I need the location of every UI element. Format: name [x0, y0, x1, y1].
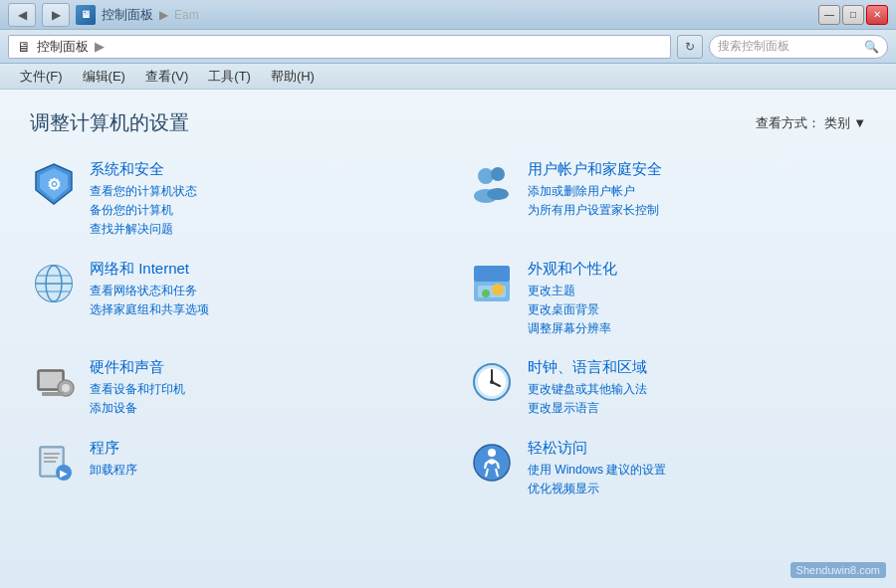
refresh-button[interactable]: ↻	[677, 35, 703, 59]
addressbar: 🖥 控制面板 ▶ ↻ 搜索控制面板 🔍	[0, 30, 896, 64]
icon-clock	[468, 358, 516, 406]
link-system-security-1[interactable]: 备份您的计算机	[90, 201, 428, 220]
item-programs[interactable]: ▶ 程序 卸载程序	[30, 439, 428, 498]
link-network-1[interactable]: 选择家庭组和共享选项	[90, 300, 428, 319]
item-clock[interactable]: 时钟、语言和区域 更改键盘或其他输入法 更改显示语言	[468, 358, 866, 418]
titlebar-left: ◀ ▶ 🖥 控制面板 ▶ Eam	[8, 3, 199, 27]
link-system-security-2[interactable]: 查找并解决问题	[90, 220, 428, 239]
svg-point-36	[488, 449, 496, 457]
page-title: 调整计算机的设置	[30, 109, 189, 136]
titlebar-title: 控制面板	[102, 6, 153, 24]
svg-rect-14	[474, 266, 510, 282]
text-system-security: 系统和安全 查看您的计算机状态 备份您的计算机 查找并解决问题	[90, 160, 428, 240]
link-user-accounts-0[interactable]: 添加或删除用户帐户	[528, 182, 866, 201]
title-accessibility[interactable]: 轻松访问	[528, 439, 866, 458]
text-network: 网络和 Internet 查看网络状态和任务 选择家庭组和共享选项	[90, 260, 428, 319]
menu-tools[interactable]: 工具(T)	[200, 66, 259, 88]
icon-user-accounts	[468, 160, 516, 208]
title-system-security[interactable]: 系统和安全	[90, 160, 428, 179]
menu-file[interactable]: 文件(F)	[12, 66, 71, 88]
svg-point-5	[491, 167, 505, 181]
title-programs[interactable]: 程序	[90, 439, 428, 458]
svg-point-6	[487, 188, 509, 200]
title-hardware[interactable]: 硬件和声音	[90, 358, 428, 377]
icon-appearance	[468, 260, 516, 307]
text-accessibility: 轻松访问 使用 Windows 建议的设置 优化视频显示	[528, 439, 866, 498]
search-box[interactable]: 搜索控制面板 🔍	[709, 35, 888, 59]
address-path[interactable]: 🖥 控制面板 ▶	[8, 35, 671, 59]
item-system-security[interactable]: ⚙ 系统和安全 查看您的计算机状态 备份您的计算机 查找并解决问题	[30, 160, 428, 240]
link-appearance-2[interactable]: 调整屏幕分辨率	[528, 319, 866, 338]
main-content: 调整计算机的设置 查看方式： 类别 ▼ ⚙ 系统和安全 查看您的计算机状态 备份…	[0, 90, 896, 588]
window-icon: 🖥	[76, 5, 96, 25]
page-header: 调整计算机的设置 查看方式： 类别 ▼	[30, 109, 866, 136]
view-mode-selector[interactable]: 查看方式： 类别 ▼	[756, 114, 866, 132]
maximize-button[interactable]: □	[842, 5, 864, 25]
forward-button[interactable]: ▶	[42, 3, 70, 27]
link-appearance-0[interactable]: 更改主题	[528, 282, 866, 300]
link-hardware-1[interactable]: 添加设备	[90, 399, 428, 418]
svg-text:⚙: ⚙	[47, 176, 61, 193]
svg-point-21	[62, 384, 70, 392]
text-user-accounts: 用户帐户和家庭安全 添加或删除用户帐户 为所有用户设置家长控制	[528, 160, 866, 220]
menubar: 文件(F) 编辑(E) 查看(V) 工具(T) 帮助(H)	[0, 64, 896, 90]
item-network[interactable]: 网络和 Internet 查看网络状态和任务 选择家庭组和共享选项	[30, 260, 428, 339]
title-clock[interactable]: 时钟、语言和区域	[528, 358, 866, 377]
menu-view[interactable]: 查看(V)	[137, 66, 196, 88]
item-user-accounts[interactable]: 用户帐户和家庭安全 添加或删除用户帐户 为所有用户设置家长控制	[468, 160, 866, 240]
icon-network	[30, 260, 78, 307]
titlebar-path: Eam	[174, 8, 199, 22]
watermark: Shenduwin8.com	[790, 562, 886, 578]
svg-rect-31	[44, 457, 58, 459]
search-icon: 🔍	[864, 40, 879, 54]
link-system-security-0[interactable]: 查看您的计算机状态	[90, 182, 428, 201]
svg-point-16	[492, 284, 504, 295]
svg-point-27	[490, 380, 494, 384]
title-network[interactable]: 网络和 Internet	[90, 260, 428, 279]
svg-rect-30	[44, 453, 60, 455]
svg-text:▶: ▶	[60, 468, 68, 479]
title-user-accounts[interactable]: 用户帐户和家庭安全	[528, 160, 866, 179]
menu-help[interactable]: 帮助(H)	[263, 66, 323, 88]
back-button[interactable]: ◀	[8, 3, 36, 27]
path-separator: ▶	[95, 39, 105, 54]
titlebar: ◀ ▶ 🖥 控制面板 ▶ Eam — □ ✕	[0, 0, 896, 30]
item-accessibility[interactable]: 轻松访问 使用 Windows 建议的设置 优化视频显示	[468, 439, 866, 498]
link-clock-0[interactable]: 更改键盘或其他输入法	[528, 380, 866, 399]
link-network-0[interactable]: 查看网络状态和任务	[90, 282, 428, 300]
text-clock: 时钟、语言和区域 更改键盘或其他输入法 更改显示语言	[528, 358, 866, 418]
titlebar-separator: ▶	[159, 8, 168, 22]
menu-edit[interactable]: 编辑(E)	[75, 66, 133, 88]
view-mode-value: 类别 ▼	[824, 114, 866, 132]
path-text: 控制面板	[37, 38, 89, 56]
control-panel-grid: ⚙ 系统和安全 查看您的计算机状态 备份您的计算机 查找并解决问题	[30, 160, 866, 498]
item-appearance[interactable]: 外观和个性化 更改主题 更改桌面背景 调整屏幕分辨率	[468, 260, 866, 339]
text-hardware: 硬件和声音 查看设备和打印机 添加设备	[90, 358, 428, 418]
svg-point-17	[482, 290, 490, 297]
close-button[interactable]: ✕	[866, 5, 888, 25]
svg-rect-32	[44, 461, 56, 463]
icon-hardware	[30, 358, 78, 406]
svg-rect-22	[42, 392, 64, 396]
minimize-button[interactable]: —	[818, 5, 840, 25]
icon-programs: ▶	[30, 439, 78, 487]
link-programs-0[interactable]: 卸载程序	[90, 461, 428, 480]
link-accessibility-1[interactable]: 优化视频显示	[528, 480, 866, 498]
search-placeholder: 搜索控制面板	[718, 38, 789, 55]
link-accessibility-0[interactable]: 使用 Windows 建议的设置	[528, 461, 866, 480]
view-label: 查看方式：	[756, 114, 820, 132]
path-icon: 🖥	[17, 39, 31, 55]
titlebar-controls: — □ ✕	[818, 5, 888, 25]
title-appearance[interactable]: 外观和个性化	[528, 260, 866, 279]
icon-system-security: ⚙	[30, 160, 78, 208]
link-appearance-1[interactable]: 更改桌面背景	[528, 300, 866, 319]
link-user-accounts-1[interactable]: 为所有用户设置家长控制	[528, 201, 866, 220]
text-programs: 程序 卸载程序	[90, 439, 428, 480]
link-hardware-0[interactable]: 查看设备和打印机	[90, 380, 428, 399]
link-clock-1[interactable]: 更改显示语言	[528, 399, 866, 418]
text-appearance: 外观和个性化 更改主题 更改桌面背景 调整屏幕分辨率	[528, 260, 866, 339]
item-hardware[interactable]: 硬件和声音 查看设备和打印机 添加设备	[30, 358, 428, 418]
icon-accessibility	[468, 439, 516, 487]
